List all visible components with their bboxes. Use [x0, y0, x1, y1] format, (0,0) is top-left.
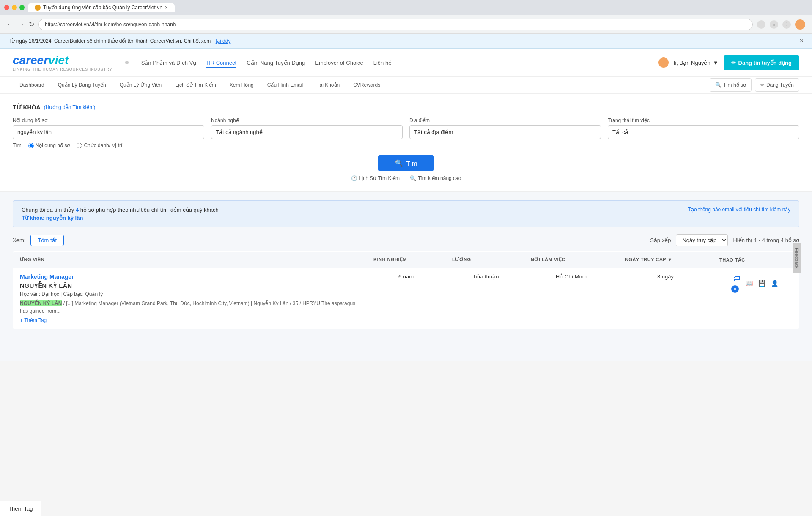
th-experience: KINH NGHIỆM: [367, 252, 445, 268]
nganh-nghe-field: Ngành nghề Tất cả ngành nghề: [211, 117, 403, 148]
url-input[interactable]: [38, 19, 753, 30]
maximize-dot[interactable]: [19, 5, 25, 10]
settings-icon[interactable]: ⋮: [782, 20, 791, 29]
th-location-label: NƠI LÀM VIỆC: [531, 257, 565, 262]
search-btn-label: Tìm: [406, 160, 417, 167]
feedback-tab[interactable]: Feedback: [793, 243, 801, 273]
th-action-label: THAO TÁC: [719, 257, 745, 262]
email-alert-link[interactable]: Tạo thông báo email với tiêu chí tìm kiế…: [688, 207, 790, 213]
post-job-sub-button[interactable]: ✏ Đăng Tuyển: [755, 78, 799, 92]
sub-nav-actions: 🔍 Tìm hồ sơ ✏ Đăng Tuyển: [710, 78, 799, 92]
table-row: Marketing Manager NGUYỄN KỲ LÂN Học vấn:…: [13, 268, 799, 329]
subnav-xem-hong[interactable]: Xem Hồng: [223, 77, 261, 93]
nav-san-pham[interactable]: Sản Phẩm và Dịch Vụ: [141, 58, 197, 68]
candidate-job-title[interactable]: Marketing Manager: [20, 273, 360, 280]
section-title: TỪ KHÓA: [13, 104, 41, 111]
forward-button[interactable]: →: [18, 21, 25, 28]
refresh-button[interactable]: ↻: [29, 20, 34, 28]
browser-tab[interactable]: Tuyển dụng ứng viên căp bậc Quản lý Care…: [28, 3, 175, 12]
search-guide-link[interactable]: (Hướng dẫn Tìm kiếm): [44, 104, 95, 110]
radio-label: Tìm: [13, 142, 22, 148]
th-candidate: ỨNG VIÊN: [13, 252, 367, 268]
bookmark-icon[interactable]: ☆: [770, 20, 778, 29]
user-name: Hi, Bạn Nguyễn: [671, 60, 710, 66]
search-btn-icon: 🔍: [395, 159, 403, 167]
search-actions: 🔍 Tìm 🕐 Lịch Sử Tìm Kiếm 🔍 Tìm kiếm nâng…: [13, 155, 799, 181]
add-tag-link[interactable]: + Thêm Tag: [20, 317, 47, 323]
person-icon[interactable]: 👤: [770, 278, 780, 288]
nav-employer[interactable]: Employer of Choice: [315, 58, 363, 68]
subnav-quan-ly-dang-tuyen[interactable]: Quản Lý Đăng Tuyển: [51, 77, 113, 93]
salary-value: Thỏa thuận: [470, 273, 499, 280]
subnav-lich-su[interactable]: Lịch Sử Tìm Kiếm: [168, 77, 222, 93]
nganh-nghe-select[interactable]: Tất cả ngành nghề: [211, 125, 403, 139]
tab-favicon: [35, 5, 41, 11]
find-resume-button[interactable]: 🔍 Tìm hồ sơ: [710, 78, 752, 92]
noi-dung-label: Nội dung hồ sơ: [13, 117, 204, 123]
noi-dung-input[interactable]: [13, 125, 204, 139]
results-suffix: hồ sơ phù hợp theo như tiêu chí tìm kiếm…: [80, 207, 219, 213]
dia-diem-select[interactable]: Tất cả địa điểm: [409, 125, 601, 139]
history-link[interactable]: 🕐 Lịch Sử Tìm Kiếm: [351, 175, 400, 181]
notification-link[interactable]: tại đây: [216, 38, 231, 44]
logo[interactable]: careerviet LINKING THE HUMAN RESOURCES I…: [13, 54, 112, 71]
close-dot[interactable]: [4, 5, 9, 10]
snippet-after: / [...] Marketing Manager (Vietnam Grand…: [20, 300, 355, 314]
view-summary-button[interactable]: Tóm tắt: [30, 235, 64, 246]
trang-thai-select[interactable]: Tất cả: [608, 125, 799, 139]
search-links: 🕐 Lịch Sử Tìm Kiếm 🔍 Tìm kiếm nâng cao: [351, 175, 461, 181]
search-button[interactable]: 🔍 Tìm: [378, 155, 434, 171]
history-icon: 🕐: [351, 175, 357, 181]
subnav-cvrewards[interactable]: CVRewards: [346, 77, 387, 93]
radio-noi-dung[interactable]: Nội dung hồ sơ: [28, 142, 70, 148]
book-icon[interactable]: 📖: [744, 278, 754, 288]
advanced-search-link[interactable]: 🔍 Tìm kiếm nâng cao: [410, 175, 461, 181]
browser-user-avatar[interactable]: [795, 19, 805, 30]
notification-close-btn[interactable]: ×: [800, 37, 804, 45]
trang-thai-label: Trạng thái tìm việc: [608, 117, 799, 123]
subnav-tai-khoan[interactable]: Tài Khoản: [310, 77, 346, 93]
nav-cam-nang[interactable]: Cẩm Nang Tuyển Dụng: [247, 58, 305, 68]
th-location: NƠI LÀM VIỆC: [524, 252, 618, 268]
sort-select[interactable]: Ngày truy cập: [676, 234, 728, 246]
subnav-cau-hinh-email[interactable]: Cấu Hình Email: [261, 77, 310, 93]
tag-delete-group: 🏷 ✕: [732, 273, 742, 293]
extensions-icon[interactable]: ⋯: [757, 20, 765, 29]
nav-lien-he[interactable]: Liên hệ: [373, 58, 392, 68]
minimize-dot[interactable]: [12, 5, 17, 10]
keyword-label: Từ khóa:: [22, 215, 44, 221]
dia-diem-field: Địa điểm Tất cả địa điểm: [409, 117, 601, 148]
results-prefix: Chúng tôi đã tìm thấy: [22, 207, 74, 213]
keyword-value: nguyễn kỳ lân: [46, 215, 83, 221]
subnav-dashboard[interactable]: Dashboard: [13, 77, 51, 93]
radio-chuc-danh[interactable]: Chức danh/ Vị trí: [77, 142, 122, 148]
th-salary-label: LƯƠNG: [452, 257, 471, 262]
user-avatar[interactable]: [658, 57, 669, 68]
candidate-name: NGUYỄN KỲ LÂN: [20, 282, 360, 289]
salary-cell: Thỏa thuận: [445, 268, 524, 329]
subnav-quan-ly-ung-vien[interactable]: Quản Lý Ứng Viên: [113, 77, 169, 93]
tag-icon[interactable]: 🏷: [732, 273, 742, 284]
th-date[interactable]: NGÀY TRUY CẬP ▼: [618, 252, 713, 268]
results-number: 4: [76, 207, 79, 213]
back-button[interactable]: ←: [7, 21, 14, 28]
tab-close-btn[interactable]: ×: [165, 5, 168, 11]
notification-bar: Từ ngày 16/1/2024, CareerBuilder sẽ chín…: [0, 34, 812, 49]
delete-tag-button[interactable]: ✕: [731, 285, 739, 293]
post-job-sub-label: Đăng Tuyển: [766, 82, 794, 88]
location-value: Hồ Chí Minh: [556, 273, 587, 280]
display-count: Hiển thị 1 - 4 trong 4 hồ sơ: [733, 237, 799, 243]
results-keyword: Từ khóa: nguyễn kỳ lân: [22, 215, 219, 221]
advanced-search-icon: 🔍: [410, 175, 416, 181]
dia-diem-label: Địa điểm: [409, 117, 601, 123]
post-job-button[interactable]: ✏ Đăng tin tuyển dụng: [724, 55, 799, 70]
experience-cell: 6 năm: [367, 268, 445, 329]
post-icon: ✏: [760, 82, 765, 88]
sort-label: Sắp xếp: [650, 237, 671, 243]
find-resume-label: Tìm hồ sơ: [723, 82, 746, 88]
action-icons-group: 🏷 ✕ 📖 💾 👤: [719, 273, 792, 293]
user-dropdown-icon[interactable]: ▼: [713, 60, 719, 66]
results-info-row: Chúng tôi đã tìm thấy 4 hồ sơ phù hợp th…: [22, 207, 790, 221]
nav-hr-connect[interactable]: HR Connect: [206, 58, 236, 68]
save-icon[interactable]: 💾: [757, 278, 767, 288]
